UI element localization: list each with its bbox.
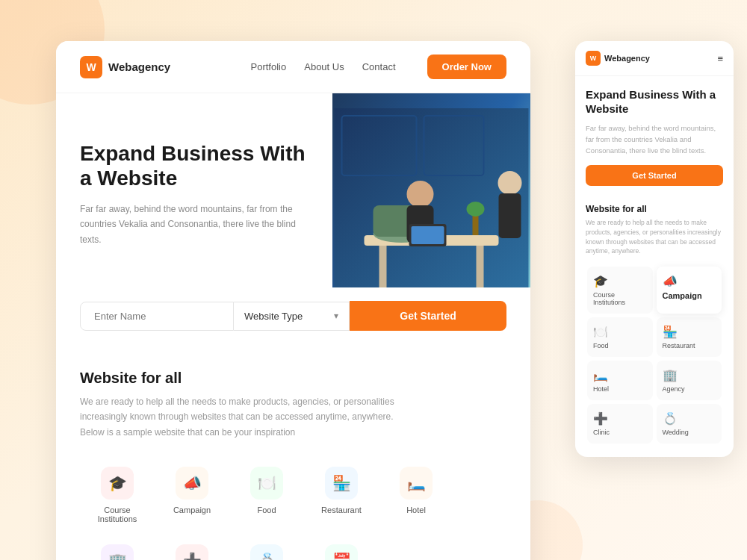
side-course-label: Course Institutions [593,291,647,306]
name-input[interactable] [80,302,234,331]
hero-title: Expand Business With a Website [80,141,309,191]
side-section-all: Website for all We are ready to help all… [575,204,734,445]
svg-rect-4 [379,246,387,287]
icon-item-event[interactable]: 📅 Event [304,534,379,560]
hero-images [332,93,530,287]
restaurant-label: Restaurant [321,505,362,514]
main-website-card: W Webagency Portfolio About Us Contact O… [56,41,530,560]
logo-icon: W [80,56,102,78]
website-for-all-section: Website for all We are ready to help all… [56,347,530,560]
hero-left: Expand Business With a Website Far far a… [56,93,332,287]
clinic-icon: ➕ [176,544,208,560]
svg-rect-15 [499,193,521,238]
side-icon-restaurant[interactable]: 🏪 Restaurant [657,317,722,357]
side-logo-text: Webagency [604,54,650,63]
side-hotel-icon: 🛏️ [593,368,608,382]
nav-about[interactable]: About Us [304,61,344,72]
side-icon-clinic[interactable]: ➕ Clinic [587,404,653,444]
side-wedding-icon: 💍 [663,411,678,426]
website-type-label: Website Type [244,311,303,322]
food-icon: 🍽️ [250,467,283,500]
icon-item-hotel[interactable]: 🛏️ Hotel [379,456,453,534]
side-icon-course[interactable]: 🎓 Course Institutions [587,267,653,314]
side-section-desc: We are ready to help all the needs to ma… [575,218,734,256]
icon-item-food[interactable]: 🍽️ Food [229,456,304,534]
side-clinic-icon: ➕ [593,411,608,426]
form-row: Website Type ▾ Get Started [56,287,530,347]
arrow-right-icon: › [395,556,400,560]
hamburger-menu-icon[interactable]: ≡ [717,53,723,64]
section-all-title: Website for all [80,370,506,387]
side-icon-wedding[interactable]: 💍 Wedding [657,404,722,444]
course-icon: 🎓 [101,467,134,500]
side-wedding-label: Wedding [663,429,689,436]
food-label: Food [257,505,276,514]
icon-grid: 🎓 Course Institutions 📣 Campaign 🍽️ Food… [80,456,506,560]
side-hero-desc: Far far away, behind the word mountains,… [586,122,723,157]
campaign-label: Campaign [173,505,211,514]
nav-links: Portfolio About Us Contact Order Now [251,55,506,79]
website-type-select[interactable]: Website Type ▾ [234,302,350,331]
hero-image-bg [332,93,530,287]
side-campaign-icon: 📣 [663,274,678,288]
side-course-icon: 🎓 [593,274,608,288]
side-food-label: Food [593,342,609,349]
nav-portfolio[interactable]: Portfolio [251,61,287,72]
logo-text: Webagency [108,60,170,73]
svg-point-8 [407,181,434,208]
side-agency-icon: 🏢 [663,368,678,382]
icon-item-course[interactable]: 🎓 Course Institutions [80,456,155,534]
side-campaign-label: Campaign [663,291,702,300]
restaurant-icon: 🏪 [325,467,358,500]
wedding-icon: 💍 [250,544,283,560]
icon-item-clinic[interactable]: ➕ Clinic [155,534,229,560]
svg-rect-5 [477,246,484,287]
side-hotel-label: Hotel [593,385,609,393]
side-logo: W Webagency [586,51,717,66]
side-icon-food[interactable]: 🍽️ Food [587,317,653,357]
hero-description: Far far away, behind the word mountains,… [80,202,309,247]
agency-icon: 🏢 [101,544,134,560]
icon-item-agency[interactable]: 🏢 Agency [80,534,155,560]
side-navbar: W Webagency ≡ [575,41,734,76]
side-get-started-button[interactable]: Get Started [586,165,723,186]
hotel-icon: 🛏️ [400,467,433,500]
icon-item-wedding[interactable]: 💍 Wedding [229,534,304,560]
course-label: Course Institutions [86,505,149,523]
side-agency-label: Agency [663,385,685,393]
side-logo-icon: W [586,51,601,66]
nav-contact[interactable]: Contact [362,61,396,72]
chevron-down-icon: ▾ [334,311,338,321]
section-all-desc: We are ready to help all the needs to ma… [80,394,409,440]
side-section-title: Website for all [575,204,734,214]
event-icon: 📅 [325,544,358,560]
side-mobile-card: W Webagency ≡ Expand Business With a Web… [575,41,734,457]
side-icon-hotel[interactable]: 🛏️ Hotel [587,361,653,400]
get-started-button[interactable]: Get Started [350,301,506,331]
hero-section: Expand Business With a Website Far far a… [56,93,530,287]
see-all-button[interactable]: › See all [379,534,416,560]
side-food-icon: 🍽️ [593,325,608,339]
side-icon-agency[interactable]: 🏢 Agency [657,361,722,400]
hotel-label: Hotel [406,505,426,514]
svg-rect-11 [412,226,444,244]
main-navbar: W Webagency Portfolio About Us Contact O… [56,41,530,93]
svg-point-13 [467,202,485,217]
side-clinic-label: Clinic [593,429,610,436]
side-hero-title: Expand Business With a Website [586,88,723,116]
side-restaurant-label: Restaurant [663,342,695,349]
side-hero: Expand Business With a Website Far far a… [575,76,734,204]
logo: W Webagency [80,56,170,78]
hero-illustration [332,108,530,287]
side-icon-grid: 🎓 Course Institutions 📣 Campaign 🍽️ Food… [575,265,734,445]
icon-item-restaurant[interactable]: 🏪 Restaurant [304,456,379,534]
side-restaurant-icon: 🏪 [663,325,678,339]
order-now-button[interactable]: Order Now [427,55,506,79]
svg-point-14 [498,171,522,195]
icon-item-campaign[interactable]: 📣 Campaign [155,456,229,534]
side-icon-campaign[interactable]: 📣 Campaign [657,267,722,314]
campaign-icon: 📣 [176,467,208,500]
